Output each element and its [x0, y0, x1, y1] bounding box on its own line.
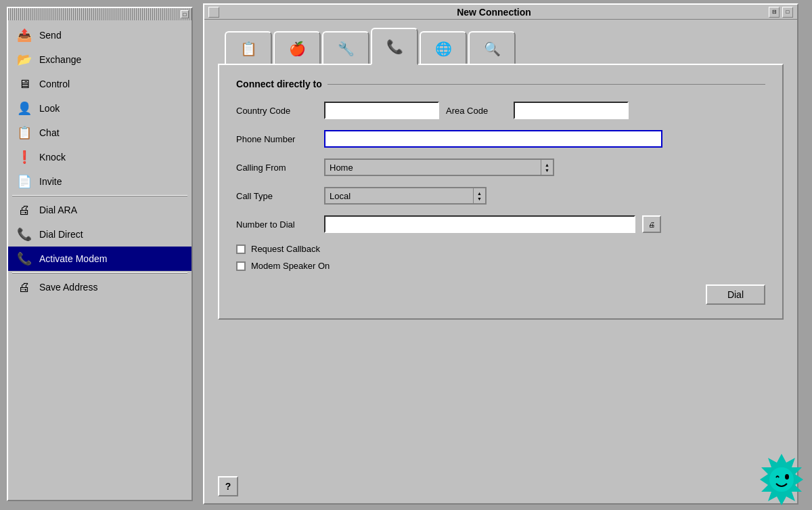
chat-icon: 📋 — [15, 123, 34, 142]
tab-6-icon: 🔍 — [484, 41, 501, 57]
sidebar-item-invite-label: Invite — [39, 176, 62, 187]
call-type-select[interactable]: Local Long Distance International — [324, 187, 487, 205]
number-to-dial-label: Number to Dial — [236, 219, 317, 230]
title-bar: New Connection ⊟ □ — [204, 5, 797, 20]
call-type-row: Call Type Local Long Distance Internatio… — [236, 187, 765, 205]
sidebar-item-save-address-label: Save Address — [39, 282, 97, 293]
modem-speaker-row: Modem Speaker On — [236, 261, 765, 271]
tab-3-icon: 🔧 — [338, 41, 355, 57]
phone-number-label: Phone Number — [236, 134, 317, 144]
tabs-area: 📋 🍎 🔧 📞 🌐 🔍 — [204, 20, 797, 64]
calling-from-select[interactable]: Home Work Mobile Other — [324, 158, 554, 176]
mascot-svg — [754, 452, 809, 507]
title-minimize-btn[interactable]: ⊟ — [769, 7, 780, 18]
call-type-select-wrapper: Local Long Distance International ▲ ▼ — [324, 187, 487, 205]
mascot — [754, 452, 809, 507]
tab-6[interactable]: 🔍 — [468, 31, 516, 65]
look-icon: 👤 — [15, 99, 34, 118]
exchange-icon: 📂 — [15, 50, 34, 69]
main-window: New Connection ⊟ □ 📋 🍎 🔧 📞 🌐 🔍 Connect d… — [203, 3, 798, 505]
tab-1[interactable]: 📋 — [225, 31, 272, 65]
sidebar-item-look-label: Look — [39, 103, 60, 114]
sidebar-item-chat[interactable]: 📋 Chat — [8, 121, 191, 145]
sidebar-title-bar: □ — [8, 8, 191, 20]
call-type-label: Call Type — [236, 191, 317, 201]
number-to-dial-btn[interactable]: 🖨 — [642, 215, 661, 233]
area-code-label: Area Code — [446, 106, 507, 116]
sidebar-item-dial-direct[interactable]: 📞 Dial Direct — [8, 222, 191, 247]
tab-2[interactable]: 🍎 — [273, 31, 321, 65]
sidebar-item-activate-modem-label: Activate Modem — [39, 253, 107, 264]
sidebar-item-look[interactable]: 👤 Look — [8, 96, 191, 121]
sidebar-item-knock-label: Knock — [39, 152, 66, 163]
help-icon: ? — [225, 481, 231, 492]
area-code-input[interactable] — [514, 102, 629, 119]
title-close-btn[interactable] — [208, 7, 219, 18]
country-code-label: Country Code — [236, 106, 317, 116]
modem-speaker-label: Modem Speaker On — [251, 261, 330, 271]
control-icon: 🖥 — [15, 75, 34, 93]
number-to-dial-input[interactable] — [324, 215, 635, 233]
sidebar-item-chat-label: Chat — [39, 127, 60, 138]
bottom-bar: ? — [218, 476, 238, 496]
sidebar-item-send[interactable]: 📤 Send — [8, 23, 191, 47]
tab-4[interactable]: 📞 — [371, 28, 418, 65]
window-title: New Connection — [219, 7, 769, 18]
sidebar-item-dial-direct-label: Dial Direct — [39, 229, 83, 240]
sidebar-item-knock[interactable]: ❗ Knock — [8, 145, 191, 169]
sidebar-item-invite[interactable]: 📄 Invite — [8, 169, 191, 194]
svg-point-1 — [769, 467, 794, 492]
sidebar-item-activate-modem[interactable]: 📞 Activate Modem — [8, 247, 191, 271]
request-callback-row: Request Callback — [236, 244, 765, 254]
phone-number-input[interactable] — [324, 130, 662, 148]
phone-number-row: Phone Number — [236, 130, 765, 148]
dial-ara-icon: 🖨 — [15, 200, 34, 219]
sidebar: □ 📤 Send 📂 Exchange 🖥 Control 👤 Look 📋 C… — [7, 7, 193, 501]
dial-direct-icon: 📞 — [15, 225, 34, 244]
tab-5[interactable]: 🌐 — [420, 31, 467, 65]
sidebar-divider-2 — [12, 272, 187, 274]
sidebar-item-save-address[interactable]: 🖨 Save Address — [8, 275, 191, 299]
invite-icon: 📄 — [15, 172, 34, 191]
send-icon: 📤 — [15, 26, 34, 45]
calling-from-row: Calling From Home Work Mobile Other ▲ ▼ — [236, 158, 765, 176]
sidebar-item-control-label: Control — [39, 79, 70, 89]
knock-icon: ❗ — [15, 148, 34, 167]
number-to-dial-btn-icon: 🖨 — [648, 221, 655, 228]
calling-from-select-wrapper: Home Work Mobile Other ▲ ▼ — [324, 158, 554, 176]
sidebar-item-exchange-label: Exchange — [39, 54, 81, 65]
tab-1-icon: 📋 — [240, 41, 257, 57]
country-area-row: Country Code Area Code — [236, 102, 765, 119]
title-maximize-btn[interactable]: □ — [782, 7, 793, 18]
activate-modem-icon: 📞 — [15, 249, 34, 268]
country-code-input[interactable] — [324, 102, 439, 119]
sidebar-item-dial-ara[interactable]: 🖨 Dial ARA — [8, 198, 191, 222]
calling-from-label: Calling From — [236, 163, 317, 173]
request-callback-checkbox[interactable] — [236, 245, 246, 254]
request-callback-label: Request Callback — [251, 244, 320, 254]
number-to-dial-row: Number to Dial 🖨 — [236, 215, 765, 233]
sidebar-items: 📤 Send 📂 Exchange 🖥 Control 👤 Look 📋 Cha… — [8, 20, 191, 302]
sidebar-item-send-label: Send — [39, 30, 62, 41]
sidebar-item-dial-ara-label: Dial ARA — [39, 205, 77, 215]
tab-5-icon: 🌐 — [435, 41, 452, 57]
tab-2-icon: 🍎 — [289, 41, 306, 57]
sidebar-item-control[interactable]: 🖥 Control — [8, 72, 191, 96]
dial-button[interactable]: Dial — [706, 284, 765, 305]
sidebar-divider-1 — [12, 195, 187, 196]
tab-3[interactable]: 🔧 — [322, 31, 369, 65]
svg-point-2 — [785, 474, 789, 480]
form-panel: Connect directly to Country Code Area Co… — [218, 64, 784, 320]
save-address-icon: 🖨 — [15, 278, 34, 297]
modem-speaker-checkbox[interactable] — [236, 261, 246, 271]
tab-4-icon: 📞 — [386, 39, 403, 55]
title-bar-buttons: ⊟ □ — [769, 7, 793, 18]
help-button[interactable]: ? — [218, 476, 238, 496]
form-section-title: Connect directly to — [236, 79, 765, 89]
sidebar-item-exchange[interactable]: 📂 Exchange — [8, 47, 191, 72]
sidebar-close-btn[interactable]: □ — [181, 10, 189, 18]
